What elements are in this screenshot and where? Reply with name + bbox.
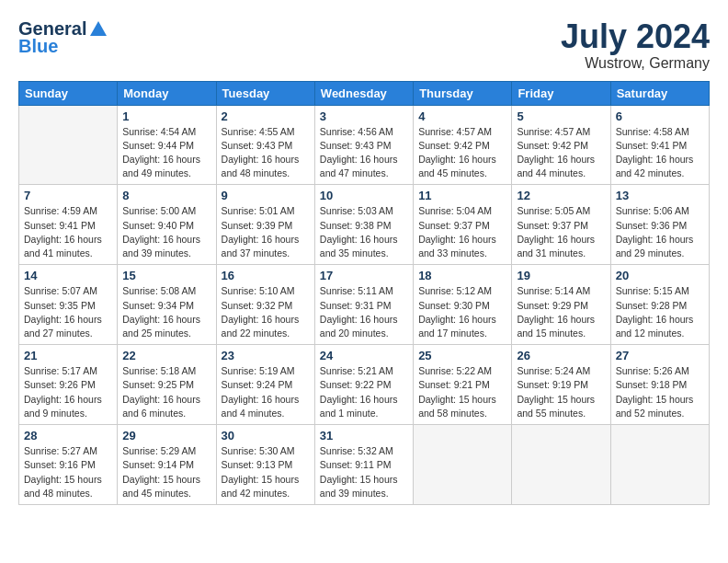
cell-info: Sunrise: 5:32 AMSunset: 9:11 PMDaylight:…: [320, 444, 408, 500]
table-row: 28Sunrise: 5:27 AMSunset: 9:16 PMDayligh…: [19, 425, 118, 505]
table-row: 2Sunrise: 4:55 AMSunset: 9:43 PMDaylight…: [216, 105, 314, 185]
table-row: 24Sunrise: 5:21 AMSunset: 9:22 PMDayligh…: [314, 345, 413, 425]
cell-date: 10: [320, 189, 408, 202]
cell-date: 5: [517, 109, 605, 123]
table-row: 9Sunrise: 5:01 AMSunset: 9:39 PMDaylight…: [216, 185, 314, 265]
cell-date: 17: [320, 269, 408, 282]
cell-info: Sunrise: 5:15 AMSunset: 9:28 PMDaylight:…: [616, 284, 704, 340]
cell-date: 8: [122, 189, 210, 202]
cell-date: 30: [222, 429, 310, 442]
col-friday: Friday: [512, 81, 610, 105]
calendar-week-row: 1Sunrise: 4:54 AMSunset: 9:44 PMDaylight…: [19, 105, 710, 185]
calendar-week-row: 14Sunrise: 5:07 AMSunset: 9:35 PMDayligh…: [19, 265, 710, 345]
cell-info: Sunrise: 5:11 AMSunset: 9:31 PMDaylight:…: [320, 284, 408, 340]
cell-info: Sunrise: 5:08 AMSunset: 9:34 PMDaylight:…: [122, 284, 210, 340]
table-row: 18Sunrise: 5:12 AMSunset: 9:30 PMDayligh…: [414, 265, 512, 345]
cell-info: Sunrise: 5:17 AMSunset: 9:26 PMDaylight:…: [24, 364, 112, 420]
svg-marker-0: [90, 21, 107, 36]
table-row: 12Sunrise: 5:05 AMSunset: 9:37 PMDayligh…: [512, 185, 610, 265]
cell-info: Sunrise: 4:57 AMSunset: 9:42 PMDaylight:…: [418, 125, 506, 181]
cell-date: 19: [517, 269, 605, 282]
cell-info: Sunrise: 4:57 AMSunset: 9:42 PMDaylight:…: [517, 125, 605, 181]
cell-date: 31: [320, 429, 408, 442]
cell-info: Sunrise: 5:24 AMSunset: 9:19 PMDaylight:…: [517, 364, 605, 420]
cell-info: Sunrise: 5:05 AMSunset: 9:37 PMDaylight:…: [517, 204, 605, 260]
table-row: 19Sunrise: 5:14 AMSunset: 9:29 PMDayligh…: [512, 265, 610, 345]
col-monday: Monday: [118, 81, 216, 105]
table-row: 27Sunrise: 5:26 AMSunset: 9:18 PMDayligh…: [610, 345, 709, 425]
table-row: 11Sunrise: 5:04 AMSunset: 9:37 PMDayligh…: [414, 185, 512, 265]
table-row: 20Sunrise: 5:15 AMSunset: 9:28 PMDayligh…: [610, 265, 709, 345]
table-row: 29Sunrise: 5:29 AMSunset: 9:14 PMDayligh…: [118, 425, 216, 505]
title-section: July 2024 Wustrow, Germany: [561, 18, 710, 72]
col-wednesday: Wednesday: [314, 81, 413, 105]
logo: General Blue: [18, 18, 108, 57]
page: General Blue July 2024 Wustrow, Germany …: [0, 0, 728, 563]
cell-info: Sunrise: 5:18 AMSunset: 9:25 PMDaylight:…: [122, 364, 210, 420]
table-row: 16Sunrise: 5:10 AMSunset: 9:32 PMDayligh…: [216, 265, 314, 345]
cell-date: 3: [320, 109, 408, 123]
cell-date: 16: [222, 269, 310, 282]
table-row: 25Sunrise: 5:22 AMSunset: 9:21 PMDayligh…: [414, 345, 512, 425]
cell-date: 28: [24, 429, 112, 442]
calendar-week-row: 28Sunrise: 5:27 AMSunset: 9:16 PMDayligh…: [19, 425, 710, 505]
calendar-week-row: 7Sunrise: 4:59 AMSunset: 9:41 PMDaylight…: [19, 185, 710, 265]
cell-date: 24: [320, 349, 408, 362]
cell-date: 25: [418, 349, 506, 362]
table-row: 26Sunrise: 5:24 AMSunset: 9:19 PMDayligh…: [512, 345, 610, 425]
cell-date: 26: [517, 349, 605, 362]
header: General Blue July 2024 Wustrow, Germany: [18, 18, 710, 72]
cell-date: 9: [222, 189, 310, 202]
cell-info: Sunrise: 4:55 AMSunset: 9:43 PMDaylight:…: [222, 125, 310, 181]
cell-info: Sunrise: 4:54 AMSunset: 9:44 PMDaylight:…: [122, 125, 210, 181]
cell-date: 4: [418, 109, 506, 123]
logo-blue: Blue: [18, 36, 58, 57]
col-sunday: Sunday: [19, 81, 118, 105]
cell-date: 11: [418, 189, 506, 202]
table-row: 10Sunrise: 5:03 AMSunset: 9:38 PMDayligh…: [314, 185, 413, 265]
table-row: [512, 425, 610, 505]
cell-date: 6: [616, 109, 704, 123]
table-row: 3Sunrise: 4:56 AMSunset: 9:43 PMDaylight…: [314, 105, 413, 185]
cell-date: 20: [616, 269, 704, 282]
table-row: 14Sunrise: 5:07 AMSunset: 9:35 PMDayligh…: [19, 265, 118, 345]
cell-date: 14: [24, 269, 112, 282]
cell-info: Sunrise: 5:01 AMSunset: 9:39 PMDaylight:…: [222, 204, 310, 260]
cell-info: Sunrise: 5:00 AMSunset: 9:40 PMDaylight:…: [122, 204, 210, 260]
cell-info: Sunrise: 5:04 AMSunset: 9:37 PMDaylight:…: [418, 204, 506, 260]
logo-icon: [88, 19, 108, 40]
table-row: 7Sunrise: 4:59 AMSunset: 9:41 PMDaylight…: [19, 185, 118, 265]
table-row: 17Sunrise: 5:11 AMSunset: 9:31 PMDayligh…: [314, 265, 413, 345]
cell-date: 18: [418, 269, 506, 282]
cell-date: 7: [24, 189, 112, 202]
cell-info: Sunrise: 5:27 AMSunset: 9:16 PMDaylight:…: [24, 444, 112, 500]
cell-info: Sunrise: 4:59 AMSunset: 9:41 PMDaylight:…: [24, 204, 112, 260]
table-row: 23Sunrise: 5:19 AMSunset: 9:24 PMDayligh…: [216, 345, 314, 425]
table-row: 6Sunrise: 4:58 AMSunset: 9:41 PMDaylight…: [610, 105, 709, 185]
table-row: 21Sunrise: 5:17 AMSunset: 9:26 PMDayligh…: [19, 345, 118, 425]
cell-info: Sunrise: 5:03 AMSunset: 9:38 PMDaylight:…: [320, 204, 408, 260]
cell-date: 29: [122, 429, 210, 442]
cell-date: 27: [616, 349, 704, 362]
cell-info: Sunrise: 5:22 AMSunset: 9:21 PMDaylight:…: [418, 364, 506, 420]
table-row: 31Sunrise: 5:32 AMSunset: 9:11 PMDayligh…: [314, 425, 413, 505]
col-thursday: Thursday: [414, 81, 512, 105]
title-month: July 2024: [561, 18, 710, 55]
table-row: 13Sunrise: 5:06 AMSunset: 9:36 PMDayligh…: [610, 185, 709, 265]
cell-date: 12: [517, 189, 605, 202]
cell-info: Sunrise: 5:06 AMSunset: 9:36 PMDaylight:…: [616, 204, 704, 260]
table-row: 30Sunrise: 5:30 AMSunset: 9:13 PMDayligh…: [216, 425, 314, 505]
cell-info: Sunrise: 5:14 AMSunset: 9:29 PMDaylight:…: [517, 284, 605, 340]
cell-info: Sunrise: 5:21 AMSunset: 9:22 PMDaylight:…: [320, 364, 408, 420]
cell-info: Sunrise: 4:56 AMSunset: 9:43 PMDaylight:…: [320, 125, 408, 181]
col-saturday: Saturday: [610, 81, 709, 105]
calendar: Sunday Monday Tuesday Wednesday Thursday…: [18, 81, 710, 505]
table-row: [414, 425, 512, 505]
cell-date: 21: [24, 349, 112, 362]
cell-info: Sunrise: 5:12 AMSunset: 9:30 PMDaylight:…: [418, 284, 506, 340]
table-row: 8Sunrise: 5:00 AMSunset: 9:40 PMDaylight…: [118, 185, 216, 265]
table-row: 5Sunrise: 4:57 AMSunset: 9:42 PMDaylight…: [512, 105, 610, 185]
table-row: 22Sunrise: 5:18 AMSunset: 9:25 PMDayligh…: [118, 345, 216, 425]
cell-date: 13: [616, 189, 704, 202]
cell-info: Sunrise: 4:58 AMSunset: 9:41 PMDaylight:…: [616, 125, 704, 181]
